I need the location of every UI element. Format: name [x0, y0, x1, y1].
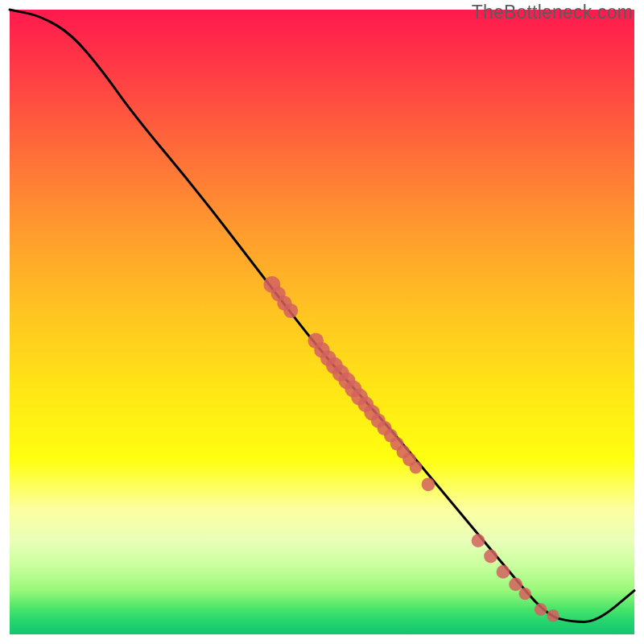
data-point: [422, 477, 436, 491]
data-point: [484, 550, 497, 564]
data-point: [509, 578, 522, 592]
data-point: [547, 609, 559, 621]
bottleneck-curve: [10, 10, 634, 622]
data-point: [283, 303, 298, 318]
data-point: [410, 461, 422, 473]
chart-canvas: TheBottleneck.com: [0, 0, 644, 644]
data-point: [535, 603, 547, 615]
chart-overlay: [0, 0, 644, 644]
data-point: [472, 534, 485, 547]
data-point: [519, 588, 531, 600]
data-point: [497, 565, 510, 579]
